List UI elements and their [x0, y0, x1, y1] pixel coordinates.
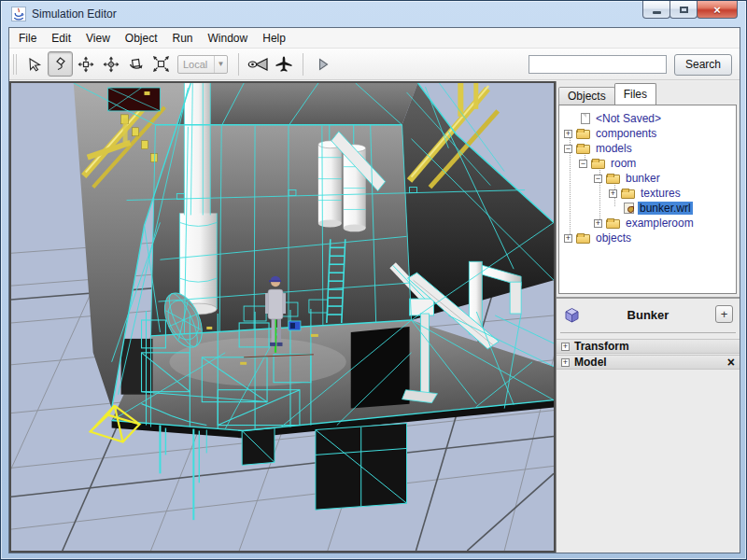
toolbar: Local ▼ — [9, 49, 740, 80]
minimize-button[interactable] — [642, 1, 670, 19]
expand-icon[interactable]: + — [564, 130, 572, 138]
maximize-button[interactable] — [669, 1, 698, 19]
tree-item-objects[interactable]: + objects — [559, 231, 633, 245]
scale-tool-button[interactable] — [148, 51, 174, 77]
close-button[interactable]: × — [697, 1, 738, 19]
panel-tabs: Objects Files — [558, 82, 655, 105]
select-tool-button[interactable] — [22, 51, 48, 77]
folder-icon — [591, 160, 605, 169]
coordinate-mode-value: Local — [178, 59, 214, 70]
coordinate-mode-select[interactable]: Local ▼ — [177, 55, 228, 74]
inspector-header: Bunker + — [557, 301, 740, 329]
camera-view-button[interactable] — [246, 51, 271, 77]
panel-divider[interactable] — [557, 297, 740, 299]
fly-mode-button[interactable] — [271, 51, 296, 77]
run-simulation-button[interactable] — [310, 51, 335, 77]
add-component-button[interactable]: + — [715, 305, 733, 323]
expand-icon[interactable]: + — [609, 189, 617, 198]
java-cup-icon — [11, 7, 26, 21]
fly-mode-icon — [275, 55, 293, 74]
folder-icon — [621, 189, 635, 199]
application-window: Simulation Editor × File Edit View Objec… — [0, 0, 747, 560]
3d-viewport[interactable] — [9, 81, 556, 553]
tree-item-room[interactable]: − room — [559, 156, 638, 171]
tree-item-bunker[interactable]: − bunker — [559, 171, 662, 186]
menu-edit[interactable]: Edit — [44, 29, 78, 48]
search-button[interactable]: Search — [674, 54, 732, 76]
pick-object-icon — [52, 56, 68, 72]
tree-item-not-saved[interactable]: <Not Saved> — [559, 111, 663, 126]
expand-icon[interactable]: + — [564, 234, 572, 243]
play-icon — [316, 57, 331, 72]
collapse-icon[interactable]: − — [579, 160, 587, 168]
tree-item-exampleroom[interactable]: + exampleroom — [559, 216, 696, 231]
inspector-title: Bunker — [557, 308, 740, 322]
tab-files[interactable]: Files — [614, 83, 656, 105]
select-arrow-icon — [27, 56, 43, 72]
scene-canvas — [11, 83, 554, 551]
folder-icon — [576, 130, 590, 139]
camera-view-icon — [247, 56, 270, 73]
folder-icon — [606, 219, 620, 229]
move-axis-icon — [103, 56, 120, 73]
chevron-down-icon: ▼ — [214, 56, 227, 73]
minimize-icon — [653, 11, 661, 14]
scale-icon — [152, 55, 170, 73]
collapse-icon[interactable]: − — [564, 145, 572, 153]
toolbar-grip[interactable] — [13, 54, 17, 75]
move-tool-button[interactable] — [73, 51, 98, 77]
search-input[interactable] — [529, 55, 667, 74]
client-area: File Edit View Object Run Window Help — [8, 27, 740, 553]
inspector-separator — [560, 332, 736, 333]
menu-help[interactable]: Help — [255, 29, 293, 48]
menu-run[interactable]: Run — [165, 29, 201, 48]
toolbar-separator — [238, 53, 239, 76]
pick-object-tool-button[interactable] — [48, 51, 73, 77]
tree-item-components[interactable]: + components — [559, 126, 658, 141]
rotate-tool-button[interactable] — [123, 51, 148, 77]
menu-file[interactable]: File — [11, 29, 44, 48]
menu-window[interactable]: Window — [201, 29, 256, 48]
selected-tree-label: bunker.wrl — [638, 202, 693, 215]
title-bar[interactable]: Simulation Editor × — [1, 1, 746, 27]
document-icon — [581, 113, 590, 124]
tree-item-bunker-wrl[interactable]: bunker.wrl — [559, 201, 693, 216]
section-transform[interactable]: + Transform — [557, 339, 740, 354]
side-panel: Objects Files <Not Saved> + com — [556, 81, 740, 553]
rotate-icon — [127, 55, 145, 73]
menu-object[interactable]: Object — [118, 29, 165, 48]
close-section-icon[interactable]: × — [727, 356, 735, 369]
toolbar-separator — [303, 53, 303, 76]
expand-icon[interactable]: + — [594, 219, 602, 228]
section-model[interactable]: + Model × — [557, 355, 740, 370]
collapse-icon[interactable]: − — [594, 175, 602, 183]
folder-icon — [606, 175, 620, 184]
folder-icon — [576, 234, 590, 244]
menu-bar: File Edit View Object Run Window Help — [9, 28, 740, 49]
menu-view[interactable]: View — [78, 29, 118, 48]
maximize-icon — [680, 7, 688, 13]
red-panel[interactable] — [108, 88, 161, 111]
file-tree: <Not Saved> + components − models − — [558, 105, 737, 294]
tab-objects[interactable]: Objects — [558, 87, 615, 105]
blue-box[interactable] — [289, 321, 301, 330]
folder-icon — [576, 145, 590, 154]
expand-icon[interactable]: + — [561, 358, 570, 367]
tree-item-models[interactable]: − models — [559, 141, 634, 156]
tree-item-textures[interactable]: + textures — [559, 186, 683, 201]
close-icon: × — [713, 4, 721, 16]
wrl-file-icon — [624, 203, 634, 214]
expand-icon[interactable]: + — [561, 343, 570, 351]
window-title: Simulation Editor — [32, 7, 117, 21]
move-icon — [78, 56, 94, 73]
move-axis-tool-button[interactable] — [98, 51, 123, 77]
